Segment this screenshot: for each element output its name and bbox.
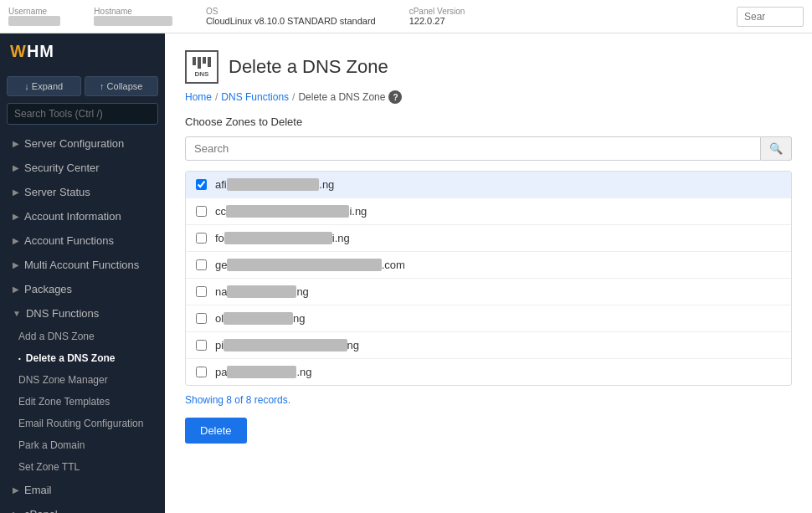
redacted-text: █████████ bbox=[224, 312, 293, 325]
zone-checkbox[interactable] bbox=[196, 286, 207, 297]
sidebar-item-email-routing[interactable]: Email Routing Configuration bbox=[0, 413, 165, 434]
sidebar-item-park-domain[interactable]: Park a Domain bbox=[0, 434, 165, 456]
zone-name: afi████████████.ng bbox=[215, 178, 334, 191]
breadcrumb: Home / DNS Functions / Delete a DNS Zone… bbox=[185, 90, 792, 104]
sidebar-item-dns-zone-manager[interactable]: DNS Zone Manager bbox=[0, 369, 165, 391]
sidebar-item-server-status[interactable]: ▶ Server Status bbox=[0, 180, 165, 204]
sidebar-item-account-information[interactable]: ▶ Account Information bbox=[0, 204, 165, 228]
sidebar-sub-label: Delete a DNS Zone bbox=[26, 352, 116, 364]
sidebar-item-label: Account Functions bbox=[24, 234, 114, 247]
zone-name: pa█████████.ng bbox=[215, 366, 311, 378]
sidebar-item-cpanel[interactable]: ▶ cPanel bbox=[0, 502, 165, 513]
sidebar-item-email[interactable]: ▶ Email bbox=[0, 478, 165, 502]
username-col: Username ████████ bbox=[8, 7, 60, 26]
redacted-text: ████████████ bbox=[227, 178, 320, 191]
page-title-row: DNS Delete a DNS Zone bbox=[185, 50, 792, 84]
bullet-icon: • bbox=[18, 355, 21, 362]
chevron-right-icon: ▶ bbox=[13, 510, 19, 513]
os-header: OS bbox=[206, 7, 376, 16]
sidebar-sub-label: Edit Zone Templates bbox=[18, 396, 110, 408]
zone-name: pi████████████████ng bbox=[215, 339, 359, 351]
sidebar-sub-label: Park a Domain bbox=[18, 439, 85, 451]
zone-row: cc████████████████i.ng bbox=[186, 198, 791, 225]
zone-checkbox[interactable] bbox=[196, 179, 207, 190]
sidebar: WHM ↓ Expand ↑ Collapse ▶ Server Configu… bbox=[0, 33, 165, 513]
zone-row: pa█████████.ng bbox=[186, 359, 791, 385]
page-title: Delete a DNS Zone bbox=[229, 56, 388, 78]
chevron-right-icon: ▶ bbox=[13, 236, 19, 245]
os-col: OS CloudLinux v8.10.0 STANDARD standard bbox=[206, 7, 376, 26]
dns-icon: DNS bbox=[185, 50, 218, 84]
zone-row: fo██████████████i.ng bbox=[186, 225, 791, 252]
sidebar-item-server-config[interactable]: ▶ Server Configuration bbox=[0, 131, 165, 156]
server-info: Username ████████ Hostname ████████████ … bbox=[8, 7, 465, 26]
redacted-text: █████████ bbox=[227, 366, 296, 378]
zone-checkbox[interactable] bbox=[196, 367, 207, 377]
bar1 bbox=[193, 57, 196, 65]
sidebar-item-add-dns-zone[interactable]: Add a DNS Zone bbox=[0, 326, 165, 347]
sidebar-item-dns-functions[interactable]: ▼ DNS Functions bbox=[0, 301, 165, 326]
top-bar: Username ████████ Hostname ████████████ … bbox=[0, 0, 812, 33]
hostname-col: Hostname ████████████ bbox=[94, 7, 172, 26]
sidebar-item-delete-dns-zone[interactable]: • Delete a DNS Zone bbox=[0, 347, 165, 369]
sidebar-item-label: Account Information bbox=[24, 210, 121, 223]
hostname-header: Hostname bbox=[94, 7, 172, 16]
delete-button[interactable]: Delete bbox=[185, 418, 247, 444]
breadcrumb-sep1: / bbox=[215, 91, 218, 103]
zone-checkbox[interactable] bbox=[196, 206, 207, 217]
sidebar-search-input[interactable] bbox=[7, 103, 158, 125]
cpanel-version-value: 122.0.27 bbox=[409, 16, 465, 26]
collapse-button[interactable]: ↑ Collapse bbox=[85, 76, 159, 96]
zone-name: ol█████████ng bbox=[215, 312, 306, 325]
zone-row: afi████████████.ng bbox=[186, 172, 791, 198]
chevron-down-icon: ▼ bbox=[13, 309, 21, 318]
redacted-text: ████████████████████ bbox=[227, 259, 381, 271]
zone-list: afi████████████.ng cc████████████████i.n… bbox=[185, 171, 792, 386]
chevron-right-icon: ▶ bbox=[13, 187, 19, 197]
zone-checkbox[interactable] bbox=[196, 340, 207, 351]
zone-checkbox[interactable] bbox=[196, 259, 207, 270]
zone-search-button[interactable]: 🔍 bbox=[761, 136, 792, 161]
zone-checkbox[interactable] bbox=[196, 233, 207, 244]
sidebar-item-label: Email bbox=[24, 484, 52, 496]
sidebar-search-container[interactable] bbox=[0, 103, 165, 131]
cpanel-version-col: cPanel Version 122.0.27 bbox=[409, 7, 465, 26]
sidebar-item-packages[interactable]: ▶ Packages bbox=[0, 277, 165, 301]
sidebar-sub-label: Set Zone TTL bbox=[18, 461, 80, 473]
cpanel-version-header: cPanel Version bbox=[409, 7, 465, 16]
chevron-right-icon: ▶ bbox=[13, 260, 19, 269]
search-row: 🔍 bbox=[185, 136, 792, 161]
top-search-input[interactable] bbox=[737, 7, 804, 27]
sidebar-item-label: cPanel bbox=[24, 508, 58, 513]
breadcrumb-sep2: / bbox=[292, 91, 295, 103]
sidebar-item-edit-zone-templates[interactable]: Edit Zone Templates bbox=[0, 391, 165, 413]
breadcrumb-section[interactable]: DNS Functions bbox=[221, 91, 289, 103]
zone-search-input[interactable] bbox=[185, 136, 761, 161]
chevron-right-icon: ▶ bbox=[13, 285, 19, 294]
main-content: DNS Delete a DNS Zone Home / DNS Functio… bbox=[165, 33, 812, 513]
username-header: Username bbox=[8, 7, 60, 16]
sidebar-item-multi-account-functions[interactable]: ▶ Multi Account Functions bbox=[0, 253, 165, 277]
hostname-value: ████████████ bbox=[94, 16, 172, 26]
top-search[interactable] bbox=[737, 7, 804, 27]
sidebar-item-security-center[interactable]: ▶ Security Center bbox=[0, 156, 165, 180]
redacted-text: ████████████████ bbox=[224, 339, 347, 351]
zone-checkbox[interactable] bbox=[196, 313, 207, 324]
breadcrumb-home[interactable]: Home bbox=[185, 91, 212, 103]
zone-name: ge████████████████████.com bbox=[215, 259, 405, 271]
help-icon[interactable]: ? bbox=[388, 90, 402, 104]
sidebar-item-label: Packages bbox=[24, 283, 72, 295]
sidebar-item-label: Server Configuration bbox=[24, 137, 124, 150]
sidebar-logo: WHM bbox=[0, 33, 165, 69]
expand-button[interactable]: ↓ Expand bbox=[7, 76, 81, 96]
sidebar-item-account-functions[interactable]: ▶ Account Functions bbox=[0, 228, 165, 253]
sidebar-controls: ↓ Expand ↑ Collapse bbox=[0, 69, 165, 103]
content-area: DNS Delete a DNS Zone Home / DNS Functio… bbox=[165, 33, 812, 513]
redacted-text: ████████████████ bbox=[226, 205, 349, 218]
chevron-right-icon: ▶ bbox=[13, 163, 19, 172]
redacted-text: ██████████████ bbox=[224, 232, 332, 244]
chevron-right-icon: ▶ bbox=[13, 485, 19, 495]
sidebar-sub-label: Add a DNS Zone bbox=[18, 331, 95, 342]
sidebar-item-set-zone-ttl[interactable]: Set Zone TTL bbox=[0, 456, 165, 478]
os-value: CloudLinux v8.10.0 STANDARD standard bbox=[206, 16, 376, 26]
